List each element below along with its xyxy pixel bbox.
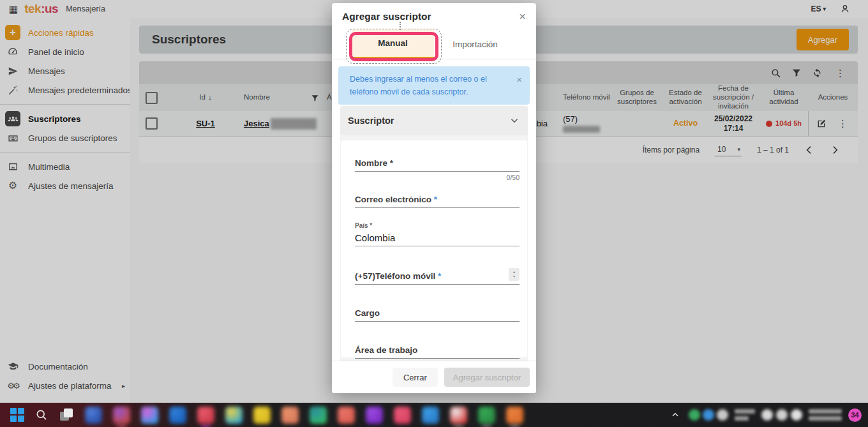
dialog-title: Agregar suscriptor: [342, 11, 431, 22]
number-spinner[interactable]: ▴ ▾: [509, 268, 520, 281]
taskbar-app-icon[interactable]: [225, 407, 243, 424]
tray-icon[interactable]: [689, 409, 700, 421]
subscriber-form-card: Nombre * 0/50 Correo electrónico * País …: [341, 140, 527, 357]
blurred-tray-text[interactable]: [735, 409, 755, 421]
taskbar-app-icon[interactable]: [394, 407, 411, 424]
taskbar-app-icon[interactable]: [366, 407, 383, 424]
taskbar-app-icon[interactable]: [253, 407, 271, 424]
notification-badge[interactable]: 34: [848, 408, 862, 422]
pais-field[interactable]: País * Colombia: [355, 219, 520, 246]
tray-chevron-up-icon[interactable]: [671, 410, 680, 419]
dialog-footer: Cerrar Agregar suscriptor: [332, 361, 536, 393]
subscriber-section-body: Nombre * 0/50 Correo electrónico * País …: [340, 135, 528, 361]
tray-icon[interactable]: [791, 409, 802, 421]
windows-taskbar: 34: [0, 403, 868, 427]
taskbar-search-icon[interactable]: [35, 408, 48, 421]
start-button-icon[interactable]: [10, 408, 24, 422]
tray-icon[interactable]: [761, 409, 773, 421]
tab-importacion[interactable]: Importación: [434, 29, 516, 59]
taskbar-app-icons: [85, 407, 523, 424]
char-counter: 0/50: [355, 174, 520, 181]
telefono-field[interactable]: (+57)Teléfono móvil * ▴ ▾: [355, 270, 520, 285]
taskbar-app-icon[interactable]: [281, 407, 299, 424]
blurred-clock-text[interactable]: [809, 409, 842, 421]
tab-manual[interactable]: Manual: [352, 29, 434, 59]
tray-icons-2: [761, 409, 802, 421]
tray-icon[interactable]: [717, 409, 728, 421]
area-field[interactable]: Área de trabajo: [355, 344, 520, 359]
taskbar-app-icon[interactable]: [169, 407, 186, 424]
chevron-down-icon: [509, 115, 520, 126]
taskbar-app-icon[interactable]: [85, 407, 102, 424]
taskbar-app-icon[interactable]: [422, 407, 439, 424]
task-view-icon[interactable]: [59, 407, 74, 423]
alert-close-icon[interactable]: ×: [516, 72, 522, 87]
taskbar-app-icon[interactable]: [450, 407, 467, 424]
spinner-up-icon: ▴: [513, 270, 515, 274]
spinner-down-icon: ▾: [513, 274, 515, 279]
tray-icon[interactable]: [703, 409, 714, 421]
taskbar-app-icon[interactable]: [478, 407, 495, 424]
close-dialog-button[interactable]: Cerrar: [393, 368, 438, 387]
tray-icon[interactable]: [776, 409, 788, 421]
pais-value: Colombia: [355, 232, 520, 243]
subscriber-section-header[interactable]: Suscriptor: [340, 106, 528, 135]
cargo-field[interactable]: Cargo: [355, 307, 520, 322]
add-subscriber-dialog: Agregar suscriptor × Manual Importación …: [332, 3, 536, 393]
info-alert: Debes ingresar al menos el correo o el t…: [338, 66, 530, 105]
taskbar-app-icon[interactable]: [113, 407, 130, 424]
submit-subscriber-button[interactable]: Agregar suscriptor: [444, 368, 530, 387]
dialog-header: Agregar suscriptor ×: [332, 3, 536, 29]
close-icon[interactable]: ×: [519, 10, 526, 22]
taskbar-app-icon[interactable]: [506, 407, 523, 424]
taskbar-app-icon[interactable]: [310, 407, 327, 424]
taskbar-app-icon[interactable]: [338, 407, 355, 424]
dialog-tabs: Manual Importación: [332, 29, 536, 59]
taskbar-app-icon[interactable]: [197, 407, 214, 424]
correo-field[interactable]: Correo electrónico *: [355, 193, 520, 208]
nombre-field[interactable]: Nombre * 0/50: [355, 157, 520, 181]
tray-icons: [689, 409, 728, 421]
taskbar-app-icon[interactable]: [141, 407, 158, 424]
